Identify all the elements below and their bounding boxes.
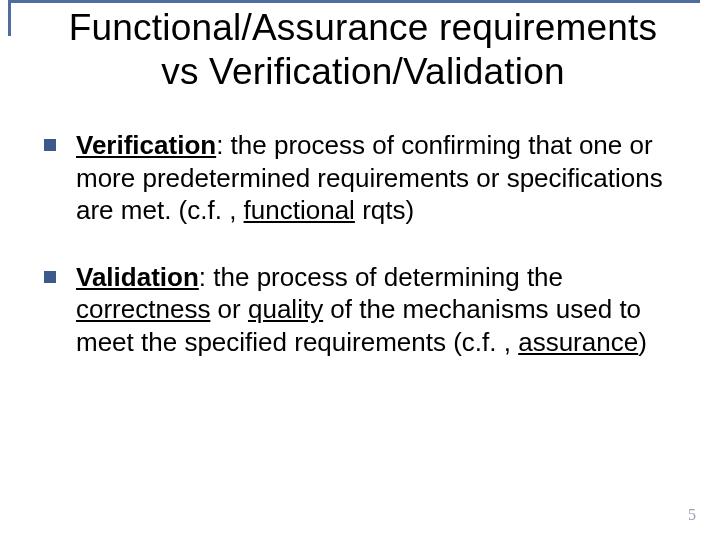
bullet-colon: : — [199, 262, 213, 292]
slide-title: Functional/Assurance requirements vs Ver… — [20, 6, 700, 93]
bullet-underline: correctness — [76, 294, 210, 324]
bullet-underline: quality — [248, 294, 323, 324]
title-block: Functional/Assurance requirements vs Ver… — [0, 0, 720, 99]
slide-body: Verification: the process of confirming … — [0, 99, 720, 358]
bullet-body: rqts) — [355, 195, 414, 225]
bullet-underline: assurance — [518, 327, 638, 357]
bullet-underline: functional — [244, 195, 355, 225]
bullet-text: Validation: the process of determining t… — [76, 261, 676, 359]
title-line-2: vs Verification/Validation — [161, 51, 565, 92]
bullet-item: Validation: the process of determining t… — [44, 261, 676, 359]
bullet-body: ) — [638, 327, 647, 357]
bullet-body: the process of determining the — [213, 262, 563, 292]
square-bullet-icon — [44, 271, 56, 283]
bullet-colon: : — [216, 130, 230, 160]
slide: Functional/Assurance requirements vs Ver… — [0, 0, 720, 540]
bullet-text: Verification: the process of confirming … — [76, 129, 676, 227]
bullet-lead: Verification — [76, 130, 216, 160]
bullet-body: or — [210, 294, 248, 324]
bullet-lead: Validation — [76, 262, 199, 292]
title-rule-left — [8, 0, 11, 36]
title-line-1: Functional/Assurance requirements — [69, 7, 658, 48]
bullet-item: Verification: the process of confirming … — [44, 129, 676, 227]
title-rule-top — [8, 0, 700, 3]
page-number: 5 — [688, 506, 696, 524]
square-bullet-icon — [44, 139, 56, 151]
